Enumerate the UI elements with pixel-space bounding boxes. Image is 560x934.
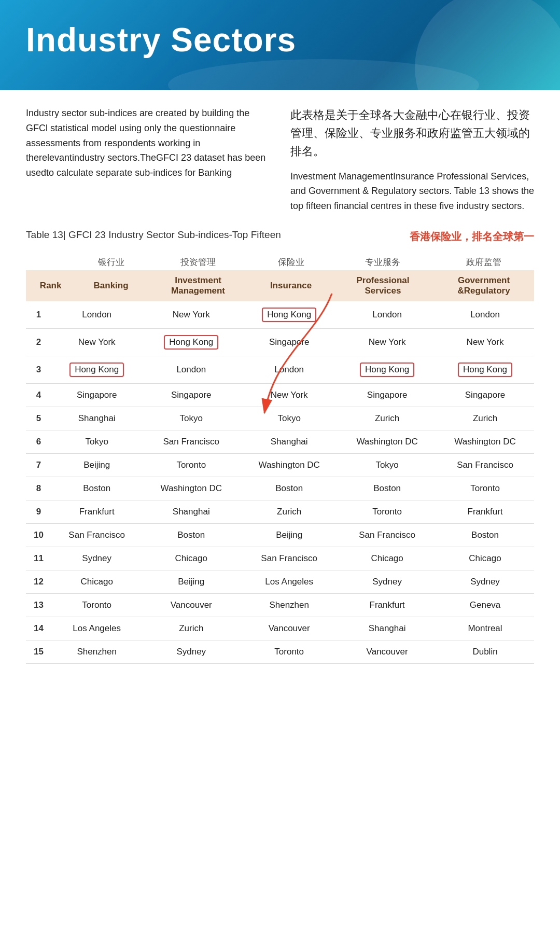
table-row: 7BeijingTorontoWashington DCTokyoSan Fra… xyxy=(26,453,534,477)
investment-cell: Beijing xyxy=(142,570,240,593)
hk-highlight: Hong Kong xyxy=(458,363,512,377)
insurance-cell: Washington DC xyxy=(240,453,338,477)
rank-cell: 11 xyxy=(26,547,51,570)
investment-cell: Shanghai xyxy=(142,500,240,523)
col-investment-header: InvestmentManagement xyxy=(147,270,250,301)
rank-cell: 1 xyxy=(26,301,51,329)
government-cell: Hong Kong xyxy=(436,356,534,383)
investment-cell: New York xyxy=(142,301,240,329)
insurance-cell: London xyxy=(240,356,338,383)
intro-right-text: Investment ManagementInsurance Professio… xyxy=(290,169,534,214)
table-row: 6TokyoSan FranciscoShanghaiWashington DC… xyxy=(26,430,534,453)
insurance-cell: Shanghai xyxy=(240,430,338,453)
table-title-row: Table 13| GFCI 23 Industry Sector Sub-in… xyxy=(26,229,534,244)
insurance-cell: Shenzhen xyxy=(240,593,338,617)
government-cell: London xyxy=(436,301,534,329)
rank-cell: 3 xyxy=(26,356,51,383)
banking-cell: Singapore xyxy=(51,383,142,407)
insurance-cell: Zurich xyxy=(240,500,338,523)
cn-header-row: 银行业 投资管理 保险业 专业服务 政府监管 xyxy=(26,252,534,270)
professional-cell: Frankfurt xyxy=(338,593,436,617)
table-row: 10San FranciscoBostonBeijingSan Francisc… xyxy=(26,523,534,547)
insurance-cell: New York xyxy=(240,383,338,407)
col-rank-header: Rank xyxy=(26,270,75,301)
banking-cell: New York xyxy=(51,328,142,356)
cn-insurance: 保险业 xyxy=(249,252,332,270)
banking-cell: Shanghai xyxy=(51,407,142,430)
government-cell: Chicago xyxy=(436,547,534,570)
investment-cell: Zurich xyxy=(142,617,240,640)
banking-cell: Chicago xyxy=(51,570,142,593)
banking-cell: Sydney xyxy=(51,547,142,570)
table-row: 8BostonWashington DCBostonBostonToronto xyxy=(26,477,534,500)
professional-cell: Hong Kong xyxy=(338,356,436,383)
hk-highlight: Hong Kong xyxy=(164,335,218,350)
investment-cell: Washington DC xyxy=(142,477,240,500)
col-professional-header: ProfessionalServices xyxy=(332,270,433,301)
professional-cell: Toronto xyxy=(338,500,436,523)
insurance-cell: Singapore xyxy=(240,328,338,356)
insurance-cell: Boston xyxy=(240,477,338,500)
professional-cell: Tokyo xyxy=(338,453,436,477)
investment-cell: Hong Kong xyxy=(142,328,240,356)
government-cell: San Francisco xyxy=(436,453,534,477)
professional-cell: Sydney xyxy=(338,570,436,593)
hk-highlight: Hong Kong xyxy=(262,308,316,322)
government-cell: Zurich xyxy=(436,407,534,430)
table-row: 4SingaporeSingaporeNew YorkSingaporeSing… xyxy=(26,383,534,407)
rank-cell: 8 xyxy=(26,477,51,500)
table-row: 12ChicagoBeijingLos AngelesSydneySydney xyxy=(26,570,534,593)
government-cell: Toronto xyxy=(436,477,534,500)
table-row: 14Los AngelesZurichVancouverShanghaiMont… xyxy=(26,617,534,640)
banking-cell: Boston xyxy=(51,477,142,500)
banking-cell: Los Angeles xyxy=(51,617,142,640)
table-row: 9FrankfurtShanghaiZurichTorontoFrankfurt xyxy=(26,500,534,523)
investment-cell: San Francisco xyxy=(142,430,240,453)
government-cell: Washington DC xyxy=(436,430,534,453)
professional-cell: Singapore xyxy=(338,383,436,407)
professional-cell: Chicago xyxy=(338,547,436,570)
intro-section: Industry sector sub-indices are created … xyxy=(26,106,534,214)
banking-cell: Tokyo xyxy=(51,430,142,453)
banking-cell: Beijing xyxy=(51,453,142,477)
rank-cell: 13 xyxy=(26,593,51,617)
government-cell: Montreal xyxy=(436,617,534,640)
banking-cell: Toronto xyxy=(51,593,142,617)
insurance-cell: San Francisco xyxy=(240,547,338,570)
insurance-cell: Beijing xyxy=(240,523,338,547)
rank-cell: 15 xyxy=(26,640,51,663)
page-title: Industry Sectors xyxy=(26,21,534,59)
insurance-cell: Tokyo xyxy=(240,407,338,430)
table-row: 3Hong KongLondonLondonHong KongHong Kong xyxy=(26,356,534,383)
table-row: 5ShanghaiTokyoTokyoZurichZurich xyxy=(26,407,534,430)
table-wrapper: 银行业 投资管理 保险业 专业服务 政府监管 Rank Banking Inve… xyxy=(26,252,534,664)
col-banking-header: Banking xyxy=(75,270,147,301)
professional-cell: Vancouver xyxy=(338,640,436,663)
cn-rank xyxy=(26,252,75,270)
banking-cell: Frankfurt xyxy=(51,500,142,523)
rank-cell: 5 xyxy=(26,407,51,430)
insurance-cell: Vancouver xyxy=(240,617,338,640)
rank-cell: 10 xyxy=(26,523,51,547)
table-title: Table 13| GFCI 23 Industry Sector Sub-in… xyxy=(26,229,281,241)
rank-cell: 14 xyxy=(26,617,51,640)
professional-cell: Zurich xyxy=(338,407,436,430)
investment-cell: Toronto xyxy=(142,453,240,477)
investment-cell: Singapore xyxy=(142,383,240,407)
investment-cell: Sydney xyxy=(142,640,240,663)
banking-cell: Shenzhen xyxy=(51,640,142,663)
hk-highlight: Hong Kong xyxy=(360,363,414,377)
intro-left-text: Industry sector sub-indices are created … xyxy=(26,106,270,180)
table-section: Table 13| GFCI 23 Industry Sector Sub-in… xyxy=(26,229,534,664)
rank-cell: 2 xyxy=(26,328,51,356)
professional-cell: Washington DC xyxy=(338,430,436,453)
investment-cell: Tokyo xyxy=(142,407,240,430)
investment-cell: London xyxy=(142,356,240,383)
government-cell: Sydney xyxy=(436,570,534,593)
government-cell: Dublin xyxy=(436,640,534,663)
table-row: 1LondonNew YorkHong KongLondonLondon xyxy=(26,301,534,329)
col-government-header: Government&Regulatory xyxy=(433,270,534,301)
banking-cell: London xyxy=(51,301,142,329)
annotation-bubble: 香港保险业，排名全球第一 xyxy=(410,229,534,244)
professional-cell: London xyxy=(338,301,436,329)
